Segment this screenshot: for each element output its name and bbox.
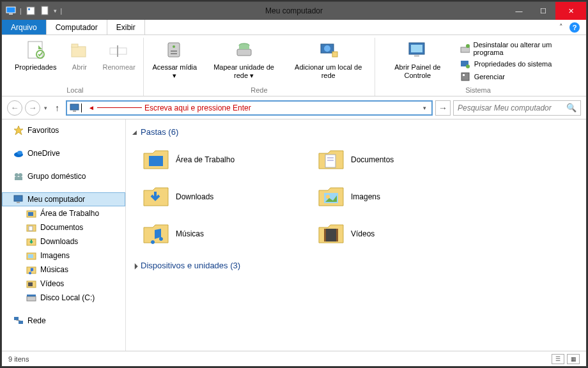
search-icon[interactable]: 🔍 bbox=[566, 103, 576, 112]
network-location-icon bbox=[318, 40, 339, 61]
tree-videos[interactable]: Vídeos bbox=[2, 277, 125, 291]
navigation-pane: Favoritos OneDrive Grupo doméstico Meu c… bbox=[2, 119, 126, 351]
drive-icon bbox=[26, 293, 36, 303]
minimize-button[interactable]: — bbox=[507, 2, 531, 20]
folder-icon bbox=[26, 236, 36, 247]
homegroup-icon bbox=[13, 171, 24, 181]
svg-rect-20 bbox=[332, 52, 337, 57]
svg-rect-63 bbox=[336, 229, 338, 241]
tree-favorites[interactable]: Favoritos bbox=[2, 123, 125, 137]
svg-marker-32 bbox=[14, 126, 23, 135]
tree-music[interactable]: Músicas bbox=[2, 263, 125, 277]
tree-documents[interactable]: Documentos bbox=[2, 220, 125, 234]
search-input[interactable] bbox=[458, 103, 566, 112]
system-properties-button[interactable]: Propriedades do sistema bbox=[460, 59, 576, 69]
folder-icon bbox=[26, 208, 36, 218]
rename-icon bbox=[109, 40, 129, 61]
tree-network[interactable]: Rede bbox=[2, 314, 125, 328]
control-panel-button[interactable]: Abrir Painel de Controle bbox=[380, 38, 455, 85]
tab-view[interactable]: Exibir bbox=[107, 20, 145, 34]
icons-view-button[interactable]: ▦ bbox=[567, 354, 580, 364]
details-view-button[interactable]: ☰ bbox=[552, 354, 564, 364]
svg-rect-53 bbox=[19, 321, 23, 324]
expand-icon: ◢ bbox=[130, 261, 138, 269]
search-box[interactable]: 🔍 bbox=[453, 100, 581, 116]
folder-pictures[interactable]: Imagens bbox=[314, 180, 476, 213]
tree-desktop[interactable]: Área de Trabalho bbox=[2, 206, 125, 220]
media-server-icon bbox=[164, 40, 185, 61]
svg-rect-29 bbox=[463, 74, 465, 76]
open-button: Abrir bbox=[61, 38, 97, 85]
svg-rect-38 bbox=[14, 195, 22, 201]
svg-rect-4 bbox=[42, 6, 48, 15]
system-props-icon bbox=[460, 59, 470, 69]
history-dropdown-icon[interactable]: ▾ bbox=[43, 105, 49, 111]
tree-pictures[interactable]: Imagens bbox=[2, 249, 125, 263]
tree-local-disk[interactable]: Disco Local (C:) bbox=[2, 291, 125, 305]
up-button[interactable]: ↑ bbox=[51, 103, 63, 113]
add-network-location-button[interactable]: Adicionar um local de rede bbox=[287, 38, 369, 85]
tree-homegroup[interactable]: Grupo doméstico bbox=[2, 169, 125, 183]
svg-rect-39 bbox=[17, 202, 20, 203]
tree-onedrive[interactable]: OneDrive bbox=[2, 146, 125, 160]
access-media-button[interactable]: Acessar mídia ▾ bbox=[149, 38, 201, 85]
collapse-ribbon-icon[interactable]: ˄ bbox=[559, 23, 563, 31]
explorer-window: | ▾ | Meu computador — ☐ ✕ Arquivo Compu… bbox=[1, 1, 587, 367]
folder-music[interactable]: Músicas bbox=[139, 217, 301, 250]
onedrive-icon bbox=[13, 148, 24, 158]
folder-icon bbox=[26, 264, 36, 275]
address-bar[interactable]: Escreva aqui e pressione Enter ▾ bbox=[66, 100, 433, 116]
svg-rect-43 bbox=[29, 226, 33, 231]
manage-button[interactable]: Gerenciar bbox=[460, 72, 576, 82]
folders-grid: Área de Trabalho Documentos Downloads Im… bbox=[132, 143, 580, 250]
svg-rect-13 bbox=[171, 50, 177, 52]
svg-rect-31 bbox=[73, 111, 76, 112]
statusbar: 9 itens ☰ ▦ bbox=[2, 351, 586, 366]
folder-documents[interactable]: Documentos bbox=[314, 143, 476, 176]
separator: | bbox=[61, 8, 63, 15]
address-hint: Escreva aqui e pressione Enter bbox=[88, 103, 251, 112]
svg-point-12 bbox=[173, 45, 175, 48]
item-count: 9 itens bbox=[8, 355, 29, 363]
svg-rect-22 bbox=[411, 45, 422, 52]
properties-qat-icon[interactable] bbox=[26, 6, 36, 16]
folder-music-icon bbox=[141, 220, 169, 248]
folder-icon bbox=[26, 222, 36, 233]
address-dropdown-icon[interactable]: ▾ bbox=[421, 105, 429, 111]
svg-rect-28 bbox=[461, 73, 469, 80]
ribbon-group-local: Propriedades Abrir Renomear Local bbox=[7, 38, 144, 96]
folder-desktop[interactable]: Área de Trabalho bbox=[139, 143, 301, 176]
tree-this-pc[interactable]: Meu computador bbox=[2, 192, 125, 206]
go-refresh-button[interactable]: → bbox=[435, 100, 451, 116]
svg-point-27 bbox=[466, 65, 470, 68]
new-file-qat-icon[interactable] bbox=[40, 6, 50, 16]
uninstall-icon bbox=[460, 43, 470, 54]
ribbon: Propriedades Abrir Renomear Local Acessa… bbox=[2, 35, 586, 96]
svg-rect-1 bbox=[9, 13, 13, 15]
folder-downloads-icon bbox=[141, 183, 169, 211]
forward-button[interactable]: → bbox=[25, 100, 40, 116]
svg-rect-2 bbox=[27, 7, 35, 15]
properties-button[interactable]: Propriedades bbox=[12, 38, 59, 85]
navbar: ← → ▾ ↑ Escreva aqui e pressione Enter ▾… bbox=[2, 96, 586, 119]
folder-downloads[interactable]: Downloads bbox=[139, 180, 301, 213]
section-devices-header[interactable]: ◢ Dispositivos e unidades (3) bbox=[132, 261, 580, 270]
tree-downloads[interactable]: Downloads bbox=[2, 234, 125, 249]
ribbon-tabs: Arquivo Computador Exibir ˄ ? bbox=[2, 20, 586, 35]
maximize-button[interactable]: ☐ bbox=[531, 2, 555, 20]
close-button[interactable]: ✕ bbox=[555, 2, 586, 20]
computer-icon bbox=[6, 6, 16, 16]
tab-file[interactable]: Arquivo bbox=[2, 20, 47, 34]
open-icon bbox=[69, 40, 89, 61]
section-folders-header[interactable]: ◢ Pastas (6) bbox=[132, 127, 580, 137]
folder-icon bbox=[26, 250, 36, 261]
folder-videos[interactable]: Vídeos bbox=[314, 217, 476, 250]
help-icon[interactable]: ? bbox=[569, 22, 580, 33]
map-drive-button[interactable]: Mapear unidade de rede ▾ bbox=[203, 38, 285, 85]
qat-dropdown-icon[interactable]: ▾ bbox=[54, 8, 57, 14]
svg-rect-14 bbox=[171, 53, 177, 54]
uninstall-program-button[interactable]: Desinstalar ou alterar um programa bbox=[460, 41, 576, 56]
back-button[interactable]: ← bbox=[7, 100, 22, 116]
tab-computer[interactable]: Computador bbox=[47, 20, 107, 34]
svg-rect-15 bbox=[237, 49, 251, 56]
